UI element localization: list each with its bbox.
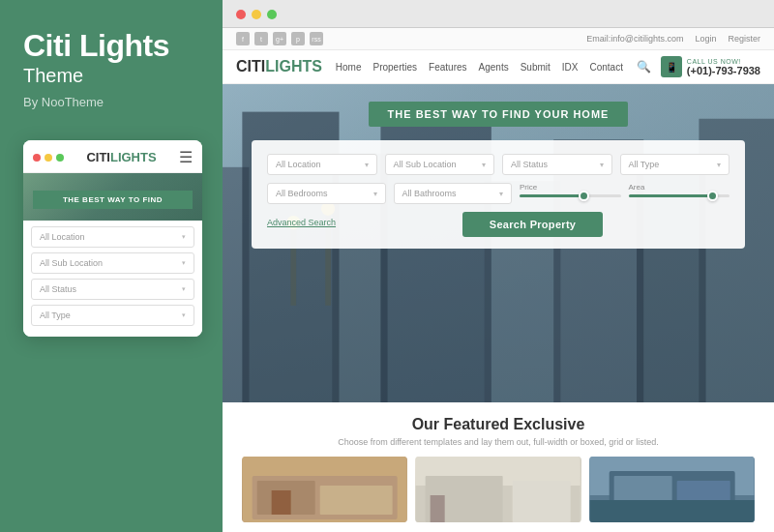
status-arrow: ▾ (600, 161, 604, 169)
pinterest-icon[interactable]: p (291, 32, 305, 45)
mobile-field-arrow-3: ▾ (182, 285, 186, 293)
mobile-field-status[interactable]: All Status ▾ (31, 279, 194, 300)
email-link[interactable]: Email:info@citilights.com (586, 34, 683, 44)
svg-rect-35 (589, 500, 754, 522)
nav-home[interactable]: Home (336, 62, 362, 73)
status-select[interactable]: All Status ▾ (502, 154, 612, 175)
nav-submit[interactable]: Submit (521, 62, 551, 73)
sublocation-select[interactable]: All Sub Location ▾ (385, 154, 495, 175)
social-links: f t g+ p rss (236, 32, 323, 45)
phone-icon: 📱 (661, 56, 682, 77)
mobile-field-location[interactable]: All Location ▾ (31, 226, 194, 248)
bathrooms-arrow: ▾ (499, 190, 503, 198)
nav-features[interactable]: Features (429, 62, 466, 73)
mobile-title-bar: CITILIGHTS ☰ (23, 140, 202, 173)
nav-logo-lights: LIGHTS (265, 58, 322, 74)
nav-properties[interactable]: Properties (372, 62, 417, 73)
mobile-dot-red (33, 154, 41, 162)
featured-item-1[interactable] (242, 457, 407, 522)
nav-phone: 📱 CALL US NOW! (+01)-793-7938 (661, 56, 760, 77)
price-label: Price (520, 183, 621, 192)
brand-author: By NooTheme (23, 95, 199, 109)
nav-idx[interactable]: IDX (562, 62, 579, 73)
nav-agents[interactable]: Agents (479, 62, 509, 73)
featured-section: Our Featured Exclusive Choose from diffe… (223, 402, 774, 532)
nav-contact[interactable]: Contact (589, 62, 622, 73)
search-property-button[interactable]: Search Property (462, 212, 603, 237)
type-select[interactable]: All Type ▾ (620, 154, 730, 175)
twitter-icon[interactable]: t (254, 32, 268, 45)
search-bottom: Advanced Search Search Property (267, 212, 729, 237)
register-link[interactable]: Register (728, 34, 760, 44)
svg-rect-23 (320, 486, 393, 515)
rss-icon[interactable]: rss (310, 32, 323, 45)
browser-dot-red (236, 10, 246, 19)
bathrooms-select[interactable]: All Bathrooms ▾ (394, 183, 513, 204)
search-row-2: All Bedrooms ▾ All Bathrooms ▾ Price (267, 183, 729, 204)
mobile-dot-green (56, 154, 64, 162)
hero-content: THE BEST WAY TO FIND YOUR HOME All Locat… (223, 84, 774, 262)
sublocation-arrow: ▾ (482, 161, 486, 169)
area-slider-container: Area (629, 183, 730, 204)
featured-title: Our Featured Exclusive (242, 416, 755, 433)
svg-rect-29 (431, 495, 445, 522)
brand-theme: Theme (23, 65, 199, 87)
mobile-hero-banner: THE BEST WAY TO FIND (33, 191, 193, 209)
search-box: All Location ▾ All Sub Location ▾ All St… (252, 140, 745, 249)
top-bar-left: f t g+ p rss (236, 32, 323, 45)
facebook-icon[interactable]: f (236, 32, 250, 45)
phone-number: (+01)-793-7938 (687, 65, 760, 76)
type-arrow: ▾ (717, 161, 721, 169)
mobile-field-arrow-4: ▾ (182, 311, 186, 319)
nav-right: 🔍 📱 CALL US NOW! (+01)-793-7938 (637, 56, 760, 77)
hero-section: THE BEST WAY TO FIND YOUR HOME All Locat… (223, 84, 774, 402)
mobile-field-type[interactable]: All Type ▾ (31, 305, 194, 326)
price-slider[interactable] (520, 194, 621, 197)
brand-title: Citi Lights Theme By NooTheme (23, 29, 199, 109)
top-bar: f t g+ p rss Email:info@citilights.com L… (223, 28, 774, 50)
area-slider-fill (629, 194, 710, 197)
price-thumb[interactable] (579, 191, 589, 201)
googleplus-icon[interactable]: g+ (273, 32, 286, 45)
price-slider-fill (520, 194, 580, 197)
mobile-hero: THE BEST WAY TO FIND (23, 173, 202, 221)
mobile-logo-lights: LIGHTS (110, 150, 157, 164)
left-panel: Citi Lights Theme By NooTheme CITILIGHTS… (0, 0, 223, 532)
featured-item-2[interactable] (415, 457, 580, 522)
phone-info: CALL US NOW! (+01)-793-7938 (687, 58, 760, 76)
nav-links: Home Properties Features Agents Submit I… (336, 62, 623, 73)
nav-logo: CITILIGHTS (236, 58, 322, 75)
svg-rect-28 (513, 481, 571, 522)
mobile-preview: CITILIGHTS ☰ THE BEST WAY TO FIND All Lo… (23, 140, 202, 337)
mobile-logo: CITILIGHTS (86, 150, 156, 164)
nav-bar: CITILIGHTS Home Properties Features Agen… (223, 50, 774, 84)
mobile-dot-yellow (45, 154, 52, 162)
featured-image-3 (589, 457, 755, 522)
advanced-search-link[interactable]: Advanced Search (267, 218, 336, 227)
location-select[interactable]: All Location ▾ (267, 154, 377, 175)
login-link[interactable]: Login (695, 34, 716, 44)
featured-grid (242, 457, 755, 522)
search-row-1: All Location ▾ All Sub Location ▾ All St… (267, 154, 729, 175)
right-panel: f t g+ p rss Email:info@citilights.com L… (223, 0, 774, 532)
website-preview: f t g+ p rss Email:info@citilights.com L… (223, 28, 774, 532)
mobile-field-sublocation[interactable]: All Sub Location ▾ (31, 252, 194, 274)
featured-image-1 (242, 457, 407, 522)
browser-dot-yellow (252, 10, 261, 19)
featured-item-3[interactable] (589, 457, 755, 522)
mobile-field-arrow-2: ▾ (182, 259, 186, 267)
browser-chrome (223, 0, 774, 28)
mobile-field-arrow: ▾ (182, 233, 186, 241)
nav-search-icon[interactable]: 🔍 (637, 60, 651, 74)
location-arrow: ▾ (365, 161, 369, 169)
hero-banner: THE BEST WAY TO FIND YOUR HOME (369, 102, 629, 127)
browser-dot-green (267, 10, 277, 19)
top-bar-right: Email:info@citilights.com Login Register (586, 34, 760, 44)
price-slider-container: Price (520, 183, 621, 204)
nav-logo-citi: CITI (236, 58, 265, 74)
area-slider[interactable] (629, 194, 730, 197)
mobile-hamburger-icon[interactable]: ☰ (179, 148, 193, 166)
mobile-dots (33, 154, 64, 162)
area-thumb[interactable] (707, 191, 718, 201)
bedrooms-select[interactable]: All Bedrooms ▾ (267, 183, 386, 204)
